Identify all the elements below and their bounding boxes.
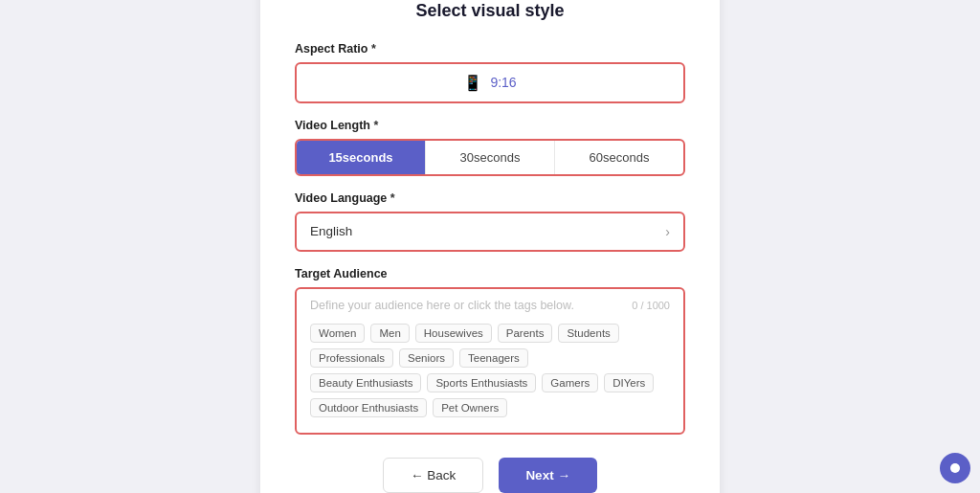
audience-tag[interactable]: Seniors	[399, 348, 454, 368]
back-button[interactable]: ← Back	[383, 458, 483, 493]
audience-tag[interactable]: Professionals	[310, 348, 393, 368]
target-audience-section: Target Audience Define your audience her…	[295, 267, 685, 435]
aspect-ratio-section: Aspect Ratio * 📱 9:16	[295, 42, 685, 103]
page-title: Select visual style	[295, 1, 685, 21]
length-option-30s[interactable]: 30seconds	[426, 141, 555, 174]
length-option-60s[interactable]: 60seconds	[555, 141, 683, 174]
next-button[interactable]: Next →	[499, 458, 597, 493]
aspect-ratio-value: 9:16	[490, 75, 516, 90]
audience-tag[interactable]: Outdoor Enthusiasts	[310, 398, 427, 417]
tags-row-1: WomenMenHousewivesParentsStudentsProfess…	[310, 324, 670, 368]
video-language-label: Video Language *	[295, 191, 685, 205]
audience-placeholder-row: Define your audience here or click the t…	[310, 299, 670, 312]
audience-placeholder: Define your audience here or click the t…	[310, 299, 574, 312]
language-value: English	[310, 224, 352, 238]
audience-tag[interactable]: Women	[310, 324, 365, 343]
corner-circle-dot	[950, 463, 960, 473]
audience-tag[interactable]: Sports Enthusiasts	[427, 373, 536, 392]
corner-circle	[940, 453, 970, 483]
page-container: Select visual style Aspect Ratio * 📱 9:1…	[0, 0, 980, 493]
audience-tag[interactable]: DIYers	[604, 373, 654, 392]
form-card: Select visual style Aspect Ratio * 📱 9:1…	[260, 0, 720, 493]
audience-tag[interactable]: Parents	[498, 324, 553, 343]
language-selector[interactable]: English ›	[295, 212, 685, 252]
video-length-section: Video Length * 15seconds 30seconds 60sec…	[295, 119, 685, 176]
tags-row-2: Beauty EnthusiastsSports EnthusiastsGame…	[310, 373, 670, 417]
length-option-15s[interactable]: 15seconds	[297, 141, 426, 174]
footer-buttons: ← Back Next →	[295, 458, 685, 493]
audience-tag[interactable]: Housewives	[415, 324, 492, 343]
audience-tag[interactable]: Teenagers	[459, 348, 528, 368]
audience-tag[interactable]: Students	[558, 324, 618, 343]
audience-tag[interactable]: Pet Owners	[433, 398, 507, 417]
target-audience-label: Target Audience	[295, 267, 685, 280]
video-length-label: Video Length *	[295, 119, 685, 132]
video-language-section: Video Language * English ›	[295, 191, 685, 252]
audience-tag[interactable]: Gamers	[542, 373, 598, 392]
aspect-ratio-label: Aspect Ratio *	[295, 42, 685, 56]
aspect-ratio-box[interactable]: 📱 9:16	[295, 62, 685, 103]
phone-icon: 📱	[463, 74, 482, 92]
chevron-right-icon: ›	[665, 224, 670, 239]
audience-box: Define your audience here or click the t…	[295, 287, 685, 435]
char-count: 0 / 1000	[632, 300, 670, 311]
video-length-options: 15seconds 30seconds 60seconds	[295, 139, 685, 176]
audience-tag[interactable]: Beauty Enthusiasts	[310, 373, 421, 392]
audience-tag[interactable]: Men	[370, 324, 409, 343]
